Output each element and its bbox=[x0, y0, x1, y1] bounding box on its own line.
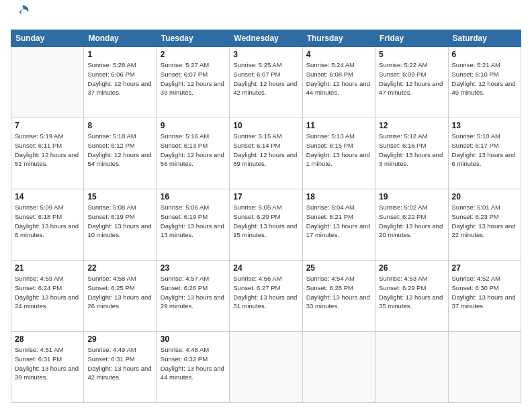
day-info: Sunrise: 4:51 AM Sunset: 6:31 PM Dayligh… bbox=[15, 345, 80, 382]
day-number: 12 bbox=[379, 121, 444, 130]
day-number: 4 bbox=[306, 50, 371, 59]
day-number: 11 bbox=[306, 121, 371, 130]
calendar-week-1: 1Sunrise: 5:28 AM Sunset: 6:06 PM Daylig… bbox=[11, 47, 521, 118]
calendar-cell: 22Sunrise: 4:58 AM Sunset: 6:25 PM Dayli… bbox=[84, 261, 157, 332]
calendar-table: SundayMondayTuesdayWednesdayThursdayFrid… bbox=[11, 30, 521, 403]
calendar-week-5: 28Sunrise: 4:51 AM Sunset: 6:31 PM Dayli… bbox=[11, 332, 521, 403]
day-info: Sunrise: 5:10 AM Sunset: 6:17 PM Dayligh… bbox=[452, 132, 517, 169]
calendar-cell: 3Sunrise: 5:25 AM Sunset: 6:07 PM Daylig… bbox=[230, 47, 302, 118]
calendar-cell: 25Sunrise: 4:54 AM Sunset: 6:28 PM Dayli… bbox=[302, 261, 375, 332]
day-number: 15 bbox=[87, 192, 152, 201]
calendar-cell: 4Sunrise: 5:24 AM Sunset: 6:08 PM Daylig… bbox=[302, 47, 375, 118]
day-info: Sunrise: 5:01 AM Sunset: 6:23 PM Dayligh… bbox=[452, 203, 517, 240]
calendar-cell: 28Sunrise: 4:51 AM Sunset: 6:31 PM Dayli… bbox=[11, 332, 84, 403]
page: SundayMondayTuesdayWednesdayThursdayFrid… bbox=[0, 0, 532, 411]
calendar-cell: 9Sunrise: 5:16 AM Sunset: 6:13 PM Daylig… bbox=[157, 118, 229, 189]
day-info: Sunrise: 5:16 AM Sunset: 6:13 PM Dayligh… bbox=[161, 132, 226, 169]
day-info: Sunrise: 5:08 AM Sunset: 6:19 PM Dayligh… bbox=[87, 203, 152, 240]
day-info: Sunrise: 4:49 AM Sunset: 6:31 PM Dayligh… bbox=[87, 345, 152, 382]
day-info: Sunrise: 5:13 AM Sunset: 6:15 PM Dayligh… bbox=[306, 132, 371, 169]
calendar-cell: 21Sunrise: 4:59 AM Sunset: 6:24 PM Dayli… bbox=[11, 261, 84, 332]
day-number: 1 bbox=[87, 50, 152, 59]
calendar-cell: 30Sunrise: 4:48 AM Sunset: 6:32 PM Dayli… bbox=[157, 332, 229, 403]
day-info: Sunrise: 5:02 AM Sunset: 6:22 PM Dayligh… bbox=[379, 203, 444, 240]
day-number: 22 bbox=[87, 263, 152, 273]
calendar-cell: 1Sunrise: 5:28 AM Sunset: 6:06 PM Daylig… bbox=[84, 47, 157, 118]
calendar-cell: 8Sunrise: 5:18 AM Sunset: 6:12 PM Daylig… bbox=[84, 118, 157, 189]
calendar-cell: 13Sunrise: 5:10 AM Sunset: 6:17 PM Dayli… bbox=[448, 118, 521, 189]
calendar-cell: 10Sunrise: 5:15 AM Sunset: 6:14 PM Dayli… bbox=[230, 118, 302, 189]
day-number: 10 bbox=[233, 121, 298, 130]
calendar-cell: 2Sunrise: 5:27 AM Sunset: 6:07 PM Daylig… bbox=[157, 47, 229, 118]
day-info: Sunrise: 5:21 AM Sunset: 6:10 PM Dayligh… bbox=[452, 60, 517, 97]
day-number: 17 bbox=[233, 192, 298, 201]
day-info: Sunrise: 5:24 AM Sunset: 6:08 PM Dayligh… bbox=[306, 60, 371, 97]
day-number: 23 bbox=[161, 263, 226, 273]
day-info: Sunrise: 4:58 AM Sunset: 6:25 PM Dayligh… bbox=[87, 274, 152, 311]
calendar-header-tuesday: Tuesday bbox=[157, 30, 229, 47]
day-number: 5 bbox=[379, 50, 444, 59]
day-info: Sunrise: 4:53 AM Sunset: 6:29 PM Dayligh… bbox=[379, 274, 444, 311]
day-number: 18 bbox=[306, 192, 371, 201]
calendar-cell: 11Sunrise: 5:13 AM Sunset: 6:15 PM Dayli… bbox=[302, 118, 375, 189]
day-number: 24 bbox=[233, 263, 298, 273]
day-number: 9 bbox=[161, 121, 226, 130]
logo-bird-icon bbox=[13, 3, 32, 24]
day-info: Sunrise: 4:59 AM Sunset: 6:24 PM Dayligh… bbox=[15, 274, 80, 311]
day-number: 30 bbox=[161, 334, 226, 344]
logo bbox=[11, 8, 32, 24]
calendar-header-row: SundayMondayTuesdayWednesdayThursdayFrid… bbox=[11, 30, 521, 47]
day-number: 28 bbox=[15, 334, 80, 344]
calendar-cell: 16Sunrise: 5:06 AM Sunset: 6:19 PM Dayli… bbox=[157, 189, 229, 261]
day-info: Sunrise: 4:52 AM Sunset: 6:30 PM Dayligh… bbox=[452, 274, 517, 311]
calendar-cell: 14Sunrise: 5:09 AM Sunset: 6:18 PM Dayli… bbox=[11, 189, 84, 261]
day-number: 6 bbox=[452, 50, 517, 59]
day-number: 13 bbox=[452, 121, 517, 130]
calendar-cell: 6Sunrise: 5:21 AM Sunset: 6:10 PM Daylig… bbox=[448, 47, 521, 118]
day-info: Sunrise: 5:04 AM Sunset: 6:21 PM Dayligh… bbox=[306, 203, 371, 240]
day-number: 19 bbox=[379, 192, 444, 201]
calendar-week-2: 7Sunrise: 5:19 AM Sunset: 6:11 PM Daylig… bbox=[11, 118, 521, 189]
day-number: 8 bbox=[87, 121, 152, 130]
calendar-header-monday: Monday bbox=[84, 30, 157, 47]
day-number: 29 bbox=[87, 334, 152, 344]
day-info: Sunrise: 5:12 AM Sunset: 6:16 PM Dayligh… bbox=[379, 132, 444, 169]
day-info: Sunrise: 5:06 AM Sunset: 6:19 PM Dayligh… bbox=[161, 203, 226, 240]
calendar-cell: 7Sunrise: 5:19 AM Sunset: 6:11 PM Daylig… bbox=[11, 118, 84, 189]
calendar-header-sunday: Sunday bbox=[11, 30, 84, 47]
calendar-cell: 18Sunrise: 5:04 AM Sunset: 6:21 PM Dayli… bbox=[302, 189, 375, 261]
day-number: 2 bbox=[161, 50, 226, 59]
calendar-cell: 19Sunrise: 5:02 AM Sunset: 6:22 PM Dayli… bbox=[375, 189, 448, 261]
day-info: Sunrise: 5:22 AM Sunset: 6:09 PM Dayligh… bbox=[379, 60, 444, 97]
day-info: Sunrise: 5:25 AM Sunset: 6:07 PM Dayligh… bbox=[233, 60, 298, 97]
calendar-week-3: 14Sunrise: 5:09 AM Sunset: 6:18 PM Dayli… bbox=[11, 189, 521, 261]
day-info: Sunrise: 5:27 AM Sunset: 6:07 PM Dayligh… bbox=[161, 60, 226, 97]
calendar-cell: 17Sunrise: 5:05 AM Sunset: 6:20 PM Dayli… bbox=[230, 189, 302, 261]
day-info: Sunrise: 5:18 AM Sunset: 6:12 PM Dayligh… bbox=[87, 132, 152, 169]
calendar-week-4: 21Sunrise: 4:59 AM Sunset: 6:24 PM Dayli… bbox=[11, 261, 521, 332]
calendar-header-friday: Friday bbox=[375, 30, 448, 47]
day-number: 7 bbox=[15, 121, 80, 130]
day-number: 25 bbox=[306, 263, 371, 273]
day-number: 16 bbox=[161, 192, 226, 201]
calendar-cell: 29Sunrise: 4:49 AM Sunset: 6:31 PM Dayli… bbox=[84, 332, 157, 403]
day-info: Sunrise: 5:15 AM Sunset: 6:14 PM Dayligh… bbox=[233, 132, 298, 169]
calendar-cell bbox=[375, 332, 448, 403]
day-number: 3 bbox=[233, 50, 298, 59]
day-info: Sunrise: 5:19 AM Sunset: 6:11 PM Dayligh… bbox=[15, 132, 80, 169]
calendar-header-wednesday: Wednesday bbox=[230, 30, 302, 47]
calendar-cell bbox=[230, 332, 302, 403]
day-info: Sunrise: 4:54 AM Sunset: 6:28 PM Dayligh… bbox=[306, 274, 371, 311]
calendar-cell: 5Sunrise: 5:22 AM Sunset: 6:09 PM Daylig… bbox=[375, 47, 448, 118]
calendar-cell: 27Sunrise: 4:52 AM Sunset: 6:30 PM Dayli… bbox=[448, 261, 521, 332]
day-info: Sunrise: 4:56 AM Sunset: 6:27 PM Dayligh… bbox=[233, 274, 298, 311]
day-number: 14 bbox=[15, 192, 80, 201]
calendar-cell: 15Sunrise: 5:08 AM Sunset: 6:19 PM Dayli… bbox=[84, 189, 157, 261]
day-info: Sunrise: 5:05 AM Sunset: 6:20 PM Dayligh… bbox=[233, 203, 298, 240]
day-number: 27 bbox=[452, 263, 517, 273]
day-info: Sunrise: 5:09 AM Sunset: 6:18 PM Dayligh… bbox=[15, 203, 80, 240]
calendar-cell: 23Sunrise: 4:57 AM Sunset: 6:26 PM Dayli… bbox=[157, 261, 229, 332]
day-info: Sunrise: 4:48 AM Sunset: 6:32 PM Dayligh… bbox=[161, 345, 226, 382]
calendar-header-thursday: Thursday bbox=[302, 30, 375, 47]
day-number: 20 bbox=[452, 192, 517, 201]
